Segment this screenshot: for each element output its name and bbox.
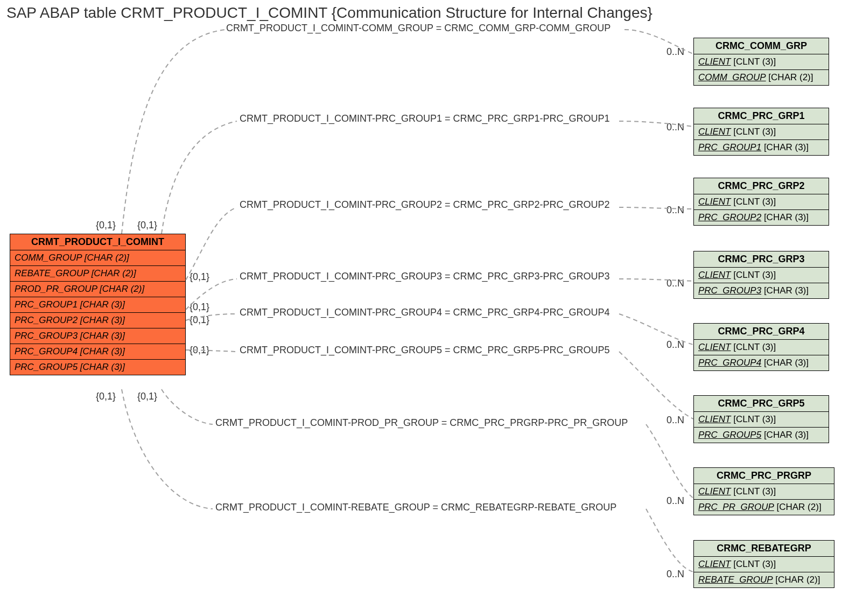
cardinality-right: 0..N <box>666 415 684 426</box>
entity-target-field: REBATE_GROUP [CHAR (2)] <box>694 572 834 587</box>
relation-label: CRMT_PRODUCT_I_COMINT-PRC_GROUP2 = CRMC_… <box>240 199 610 211</box>
cardinality-right: 0..N <box>666 205 684 216</box>
relation-label: CRMT_PRODUCT_I_COMINT-REBATE_GROUP = CRM… <box>215 502 616 513</box>
entity-main: CRMT_PRODUCT_I_COMINT COMM_GROUP [CHAR (… <box>10 234 186 375</box>
entity-target-field: CLIENT [CLNT (3)] <box>694 268 829 283</box>
entity-target-field: CLIENT [CLNT (3)] <box>694 412 829 428</box>
entity-target-header: CRMC_PRC_GRP5 <box>694 396 829 412</box>
entity-main-field: REBATE_GROUP [CHAR (2)] <box>10 266 185 282</box>
entity-target-field: PRC_PR_GROUP [CHAR (2)] <box>694 500 834 515</box>
entity-main-field: PRC_GROUP4 [CHAR (3)] <box>10 344 185 360</box>
relation-label: CRMT_PRODUCT_I_COMINT-COMM_GROUP = CRMC_… <box>226 23 611 34</box>
cardinality-left: {0,1} <box>96 220 116 231</box>
cardinality-left: {0,1} <box>190 345 209 356</box>
entity-main-field: PRC_GROUP1 [CHAR (3)] <box>10 297 185 313</box>
entity-target-header: CRMC_REBATEGRP <box>694 541 834 557</box>
cardinality-right: 0..N <box>666 278 684 289</box>
cardinality-left: {0,1} <box>190 271 209 283</box>
entity-crmc-prc-grp3: CRMC_PRC_GRP3 CLIENT [CLNT (3)] PRC_GROU… <box>693 251 829 299</box>
relation-label: CRMT_PRODUCT_I_COMINT-PRC_GROUP1 = CRMC_… <box>240 113 610 124</box>
entity-crmc-prc-grp2: CRMC_PRC_GRP2 CLIENT [CLNT (3)] PRC_GROU… <box>693 178 829 226</box>
cardinality-left: {0,1} <box>96 391 116 402</box>
entity-crmc-prc-prgrp: CRMC_PRC_PRGRP CLIENT [CLNT (3)] PRC_PR_… <box>693 467 834 515</box>
cardinality-right: 0..N <box>666 46 684 58</box>
entity-target-field: CLIENT [CLNT (3)] <box>694 194 829 210</box>
entity-crmc-comm-grp: CRMC_COMM_GRP CLIENT [CLNT (3)] COMM_GRO… <box>693 38 829 86</box>
cardinality-right: 0..N <box>666 569 684 580</box>
relation-label: CRMT_PRODUCT_I_COMINT-PRC_GROUP4 = CRMC_… <box>240 307 610 318</box>
entity-crmc-prc-grp1: CRMC_PRC_GRP1 CLIENT [CLNT (3)] PRC_GROU… <box>693 108 829 156</box>
entity-target-field: PRC_GROUP5 [CHAR (3)] <box>694 428 829 443</box>
entity-main-field: COMM_GROUP [CHAR (2)] <box>10 250 185 266</box>
entity-target-field: PRC_GROUP1 [CHAR (3)] <box>694 140 829 155</box>
entity-main-field: PRC_GROUP2 [CHAR (3)] <box>10 313 185 328</box>
entity-main-field: PROD_PR_GROUP [CHAR (2)] <box>10 282 185 297</box>
cardinality-left: {0,1} <box>190 302 209 313</box>
entity-target-field: PRC_GROUP3 [CHAR (3)] <box>694 283 829 298</box>
entity-main-field: PRC_GROUP5 [CHAR (3)] <box>10 360 185 375</box>
relation-label: CRMT_PRODUCT_I_COMINT-PROD_PR_GROUP = CR… <box>215 417 628 429</box>
entity-target-field: CLIENT [CLNT (3)] <box>694 340 829 355</box>
entity-target-header: CRMC_PRC_PRGRP <box>694 468 834 484</box>
cardinality-right: 0..N <box>666 495 684 507</box>
entity-crmc-prc-grp4: CRMC_PRC_GRP4 CLIENT [CLNT (3)] PRC_GROU… <box>693 323 829 371</box>
cardinality-right: 0..N <box>666 122 684 133</box>
entity-main-field: PRC_GROUP3 [CHAR (3)] <box>10 328 185 344</box>
entity-target-header: CRMC_PRC_GRP1 <box>694 108 829 124</box>
cardinality-left: {0,1} <box>137 220 157 231</box>
relation-label: CRMT_PRODUCT_I_COMINT-PRC_GROUP5 = CRMC_… <box>240 345 610 356</box>
entity-target-field: CLIENT [CLNT (3)] <box>694 557 834 572</box>
page-title: SAP ABAP table CRMT_PRODUCT_I_COMINT {Co… <box>6 4 652 22</box>
entity-main-header: CRMT_PRODUCT_I_COMINT <box>10 234 185 250</box>
cardinality-left: {0,1} <box>137 391 157 402</box>
entity-target-field: PRC_GROUP2 [CHAR (3)] <box>694 210 829 225</box>
entity-crmc-rebategrp: CRMC_REBATEGRP CLIENT [CLNT (3)] REBATE_… <box>693 540 834 588</box>
entity-target-field: PRC_GROUP4 [CHAR (3)] <box>694 355 829 370</box>
entity-target-header: CRMC_PRC_GRP4 <box>694 324 829 340</box>
entity-target-field: COMM_GROUP [CHAR (2)] <box>694 70 829 85</box>
entity-target-field: CLIENT [CLNT (3)] <box>694 54 829 70</box>
entity-target-header: CRMC_COMM_GRP <box>694 38 829 54</box>
entity-target-field: CLIENT [CLNT (3)] <box>694 124 829 140</box>
entity-target-header: CRMC_PRC_GRP2 <box>694 178 829 194</box>
entity-target-header: CRMC_PRC_GRP3 <box>694 251 829 268</box>
relation-label: CRMT_PRODUCT_I_COMINT-PRC_GROUP3 = CRMC_… <box>240 271 610 282</box>
cardinality-left: {0,1} <box>190 314 209 326</box>
cardinality-right: 0..N <box>666 339 684 351</box>
entity-crmc-prc-grp5: CRMC_PRC_GRP5 CLIENT [CLNT (3)] PRC_GROU… <box>693 395 829 443</box>
entity-target-field: CLIENT [CLNT (3)] <box>694 484 834 500</box>
